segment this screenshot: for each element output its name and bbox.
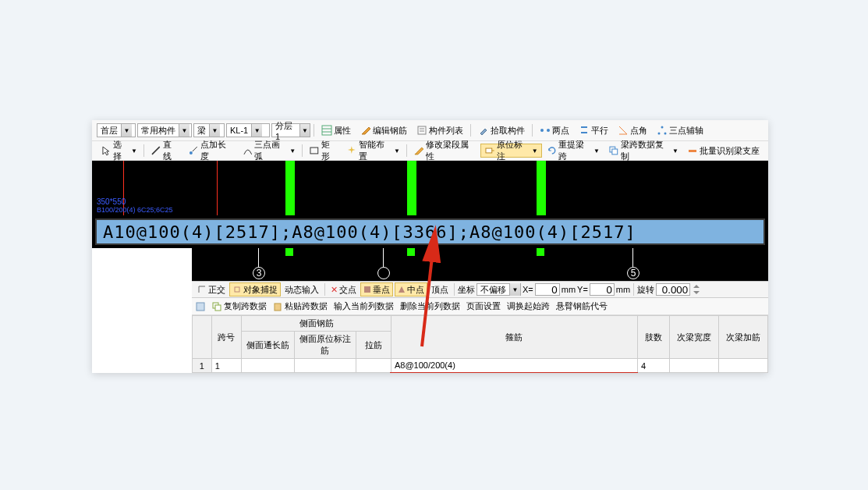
svg-rect-0 (322, 126, 331, 135)
component-select[interactable]: 梁▼ (193, 123, 225, 137)
copy-icon (212, 302, 221, 311)
pencil-icon (360, 125, 371, 136)
cell-side-long[interactable] (242, 373, 295, 374)
col-sec-beam-width[interactable]: 次梁宽度 (669, 316, 718, 359)
select-button[interactable]: 选择 ▼ (97, 144, 141, 158)
component-list-button[interactable]: 构件列表 (413, 123, 467, 137)
two-point-icon (540, 125, 551, 136)
cell-side-origin[interactable] (294, 373, 356, 374)
rotate-label: 旋转 (637, 284, 654, 296)
line-icon (151, 145, 161, 156)
attributes-button[interactable]: 属性 (317, 123, 355, 137)
cell-sec-add[interactable]: 6/6 (718, 373, 767, 374)
svg-rect-21 (689, 150, 696, 152)
ortho-toggle[interactable]: 正交 (195, 282, 228, 296)
cell-sec-add[interactable] (718, 359, 767, 373)
copy-span-data[interactable]: 复制跨数据 (212, 300, 267, 312)
edit-rebar-button[interactable]: 编辑钢筋 (356, 123, 411, 137)
line-button[interactable]: 直线 (147, 144, 183, 158)
layer-select[interactable]: 分层1▼ (271, 123, 310, 137)
cell-stirrup[interactable]: A10@100(4)[2517];A8@100(4)[3366];A8@100(… (391, 373, 637, 374)
cell-tie[interactable] (356, 373, 391, 374)
cell-tie[interactable] (356, 359, 391, 373)
label-icon (484, 145, 495, 156)
col-side-rebar-group: 侧面钢筋 (242, 316, 391, 332)
parallel-button[interactable]: 平行 (575, 123, 612, 137)
svg-rect-22 (235, 287, 239, 292)
x-input[interactable] (535, 283, 560, 296)
mm-label-1: mm (562, 285, 576, 294)
pick-component-button[interactable]: 拾取构件 (474, 123, 529, 137)
col-span-no[interactable]: 跨号 (211, 316, 241, 359)
relabel-span-button[interactable]: 重提梁跨 ▼ (543, 144, 604, 158)
object-snap-toggle[interactable]: 对象捕捉 (229, 282, 281, 296)
y-input[interactable] (590, 283, 615, 296)
cell-limbs[interactable]: 4 (637, 359, 669, 373)
cell-sec-width[interactable]: 200/200 (669, 373, 718, 374)
adjust-start-span[interactable]: 调换起始跨 (507, 300, 550, 312)
col-sec-beam-add[interactable]: 次梁加筋 (718, 316, 767, 359)
cell-span[interactable]: 2 (211, 373, 241, 374)
svg-rect-17 (486, 148, 492, 153)
col-limbs[interactable]: 肢数 (637, 316, 669, 359)
cell-stirrup[interactable]: A8@100/200(4) (391, 359, 637, 373)
point-length-button[interactable]: 点加长度 (184, 144, 238, 158)
point-angle-button[interactable]: 点角 (614, 123, 651, 137)
cell-side-origin[interactable] (294, 359, 356, 373)
rebar-input-field[interactable]: A10@100(4)[2517];A8@100(4)[3366];A8@100(… (95, 218, 765, 245)
cell-limbs[interactable]: 4 (637, 373, 669, 374)
row-number: 2 (193, 373, 212, 374)
two-point-button[interactable]: 两点 (536, 123, 573, 137)
svg-point-12 (664, 133, 667, 135)
axis-viewport[interactable]: 3 5 (192, 248, 768, 281)
col-tie[interactable]: 拉筋 (356, 332, 391, 359)
member-select[interactable]: KL-1▼ (226, 123, 270, 137)
span-copy-button[interactable]: 梁跨数据复制 ▼ (604, 144, 682, 158)
endpoint-snap[interactable]: 顶点 (429, 282, 451, 296)
three-point-axis-button[interactable]: 三点辅轴 (653, 123, 707, 137)
svg-point-14 (190, 151, 193, 154)
cross-snap[interactable]: ✕交点 (328, 282, 359, 296)
table-row[interactable]: 22A10@100(4)[2517];A8@100(4)[3366];A8@10… (193, 373, 768, 374)
page-settings[interactable]: 页面设置 (466, 300, 501, 312)
cell-sec-width[interactable] (669, 359, 718, 373)
dynamic-input-toggle[interactable]: 动态输入 (282, 282, 321, 296)
enter-column-data[interactable]: 输入当前列数据 (334, 300, 394, 312)
angle-input[interactable] (656, 283, 690, 296)
spinner-icon[interactable] (692, 284, 701, 295)
rect-icon (309, 145, 320, 156)
y-label: Y= (577, 285, 588, 294)
col-stirrup[interactable]: 箍筋 (391, 316, 637, 359)
svg-line-15 (193, 147, 197, 151)
paste-span-data[interactable]: 粘贴跨数据 (273, 300, 328, 312)
cantilever-rebar-code[interactable]: 悬臂钢筋代号 (556, 300, 608, 312)
category-select[interactable]: 常用构件▼ (137, 123, 192, 137)
col-side-long[interactable]: 侧面通长筋 (242, 332, 295, 359)
origin-label-button[interactable]: 原位标注 ▼ (480, 144, 541, 158)
axis-marker (377, 267, 390, 279)
floor-select[interactable]: 首层▼ (97, 123, 136, 137)
rebar-input-bar: A10@100(4)[2517];A8@100(4)[3366];A8@100(… (92, 215, 768, 248)
refresh-icon (547, 145, 558, 156)
vertex-snap[interactable]: 垂点 (360, 282, 393, 296)
span-data-table: 跨号 侧面钢筋 箍筋 肢数 次梁宽度 次梁加筋 侧面通长筋 侧面原位标注筋 拉筋… (192, 315, 768, 373)
cell-side-long[interactable] (242, 359, 295, 373)
offset-select[interactable]: 不偏移▼ (477, 283, 521, 296)
edit-icon (413, 145, 424, 156)
data-menu-bar: 复制跨数据 粘贴跨数据 输入当前列数据 删除当前列数据 页面设置 调换起始跨 悬… (192, 298, 768, 315)
midpoint-snap[interactable]: 中点 (395, 282, 427, 296)
batch-identify-button[interactable]: 批量识别梁支座 (683, 144, 763, 158)
draw-toolbar: 选择 ▼ 直线 点加长度 三点画弧 ▼ 矩形 智能布置 ▼ (92, 141, 768, 161)
smart-arrange-button[interactable]: 智能布置 ▼ (342, 144, 403, 158)
delete-column-data[interactable]: 删除当前列数据 (400, 300, 460, 312)
paste-icon (273, 302, 282, 311)
x-label: X= (523, 285, 533, 294)
rect-button[interactable]: 矩形 (305, 144, 342, 158)
table-row[interactable]: 11A8@100/200(4)4 (193, 359, 768, 373)
drawing-viewport[interactable]: 350*550 B100/200(4) 6C25;6C25 (92, 161, 768, 217)
cell-span[interactable]: 1 (211, 359, 241, 373)
sheet-icon (195, 301, 206, 312)
col-side-origin[interactable]: 侧面原位标注筋 (294, 332, 356, 359)
modify-beam-button[interactable]: 修改梁段属性 (409, 144, 480, 158)
arc-button[interactable]: 三点画弧 ▼ (239, 144, 299, 158)
